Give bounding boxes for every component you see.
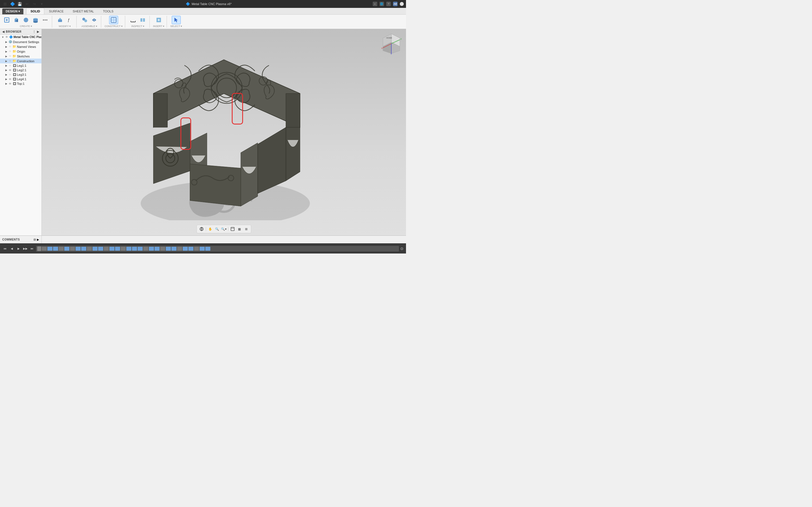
comments-panel: COMMENTS ⊟ ▶ <box>0 236 42 243</box>
timeline-block-20 <box>149 247 154 251</box>
insert-button[interactable] <box>154 16 163 24</box>
tree-item-origin[interactable]: ▶ 👁 📁 Origin <box>0 49 42 54</box>
timeline-block-29 <box>200 247 205 251</box>
tree-item-construction[interactable]: ▶ 👁 📁 Construction <box>0 59 42 63</box>
comments-bar-container: COMMENTS ⊟ ▶ <box>0 235 406 243</box>
display-mode-button[interactable] <box>230 226 236 232</box>
file-icon: 🔷 <box>186 2 190 6</box>
app-icon: 🔷 <box>10 1 15 7</box>
nav-cube[interactable]: Z X Y HOME <box>380 33 403 55</box>
tree-item-doc-settings[interactable]: ▶ ⚙️ Document Settings <box>0 40 42 44</box>
timeline-block-28 <box>194 247 199 251</box>
tab-solid[interactable]: SOLID <box>26 8 44 14</box>
tab-tools[interactable]: TOOLS <box>99 8 117 14</box>
help-button[interactable]: ? <box>386 2 391 6</box>
visual-style-button[interactable]: ▦ <box>236 226 243 232</box>
tree-item-leg1[interactable]: ▶ 👁 🔲 Leg1:1 <box>0 63 42 68</box>
timeline-next-button[interactable]: ▶▶ <box>22 246 28 251</box>
timeline-block-21 <box>154 247 160 251</box>
grid-button[interactable]: ⊞ <box>243 226 249 232</box>
grid-menu-icon[interactable]: ⊞ <box>2 1 8 7</box>
zoom-button[interactable]: 🔍 <box>214 226 220 232</box>
browser-expand-icon[interactable]: ▶ <box>37 30 40 33</box>
tab-row: DESIGN ▾ SOLID SURFACE SHEET METAL TOOLS <box>0 8 406 15</box>
joint-button[interactable] <box>90 16 99 24</box>
modify-button[interactable] <box>56 16 64 24</box>
timeline-end-button[interactable]: ⏭ <box>29 246 35 251</box>
assemble-button[interactable] <box>80 16 89 24</box>
svg-marker-33 <box>174 18 177 22</box>
timeline-block-26 <box>183 247 188 251</box>
tree-item-leg4[interactable]: ▶ 👁 🔲 Leg4:1 <box>0 77 42 81</box>
toolbar-area: DESIGN ▾ SOLID SURFACE SHEET METAL TOOLS <box>0 8 406 29</box>
orbit-button[interactable] <box>199 226 205 232</box>
timeline-play-button[interactable]: ▶ <box>16 246 21 251</box>
measure-button[interactable] <box>129 16 138 24</box>
create-new-component-button[interactable] <box>2 16 11 24</box>
svg-marker-15 <box>58 18 62 20</box>
cylinder-button[interactable] <box>31 16 40 24</box>
3d-canvas[interactable]: Z X Y HOME ✋ 🔍 🔍▾ ▦ ⊞ <box>42 29 406 235</box>
tree-item-root[interactable]: ▼ 👁 🔷 Metal Table CNC Plasma v6 ⏺ <box>0 35 42 40</box>
create-label: CREATE ▾ <box>20 25 32 27</box>
pan-button[interactable]: ✋ <box>207 226 213 232</box>
select-button[interactable] <box>172 16 181 24</box>
timeline-track[interactable] <box>36 246 399 251</box>
formula-button[interactable]: ƒ <box>65 16 74 24</box>
timeline-block-1 <box>42 247 47 251</box>
tree-item-leg2[interactable]: ▶ 👁 🔲 Leg2:1 <box>0 68 42 72</box>
timeline-block-19 <box>143 247 148 251</box>
svg-point-6 <box>24 18 28 22</box>
inspect-label: INSPECT ▾ <box>132 25 144 27</box>
timeline-block-18 <box>138 247 143 251</box>
add-tab-button[interactable]: ＋ <box>373 2 377 6</box>
zoom-dropdown[interactable]: 🔍▾ <box>221 226 227 232</box>
user-avatar[interactable]: AE <box>393 2 398 6</box>
browser-button[interactable]: 🌐 <box>379 2 384 6</box>
comments-label: COMMENTS <box>2 238 20 241</box>
tree-item-named-views[interactable]: ▶ 👁 📁 Named Views <box>0 44 42 49</box>
tree-item-sketches[interactable]: ▶ 👁 📁 Sketches <box>0 54 42 59</box>
construct-button[interactable] <box>109 16 118 24</box>
viewport[interactable]: Z X Y HOME ✋ 🔍 🔍▾ ▦ ⊞ <box>42 29 406 235</box>
box-button[interactable] <box>12 16 21 24</box>
tree-item-top1[interactable]: ▶ 👁 🔲 Top:1 <box>0 81 42 86</box>
timeline-block-14 <box>115 247 120 251</box>
more-create-button[interactable] <box>41 16 50 24</box>
timeline-block-25 <box>177 247 182 251</box>
timeline-settings-icon[interactable]: ⚙ <box>400 246 404 251</box>
tree-item-leg3[interactable]: ▶ 👁 🔲 Leg3:1 <box>0 72 42 77</box>
close-button[interactable] <box>400 2 404 6</box>
viewport-bottom-toolbar: ✋ 🔍 🔍▾ ▦ ⊞ <box>197 225 251 233</box>
timeline-start-button[interactable]: ⏮ <box>2 246 8 251</box>
construct-group: CONSTRUCT ▾ <box>105 16 125 27</box>
timeline-bar: ⏮ ◀ ▶ ▶▶ ⏭ ⚙ <box>0 243 406 253</box>
save-button[interactable]: 💾 <box>17 1 22 7</box>
browser-options-icon[interactable]: ⋮ <box>33 30 36 33</box>
timeline-block-8 <box>81 247 86 251</box>
timeline-block-10 <box>93 247 98 251</box>
insert-group: INSERT ▾ <box>153 16 167 27</box>
timeline-block-30 <box>205 247 210 251</box>
svg-point-55 <box>200 227 203 231</box>
browser-collapse-icon[interactable]: ◀ <box>2 30 5 33</box>
timeline-block-22 <box>160 247 165 251</box>
comments-options-icon[interactable]: ⊟ <box>34 238 36 241</box>
sphere-button[interactable] <box>21 16 31 24</box>
undo-button[interactable]: ↩ <box>24 1 30 7</box>
main-area: ◀ BROWSER ⋮ ▶ ▼ 👁 🔷 Metal Table CNC Plas… <box>0 29 406 235</box>
timeline-playhead[interactable] <box>37 246 41 251</box>
section-analysis-button[interactable] <box>138 16 147 24</box>
more-button[interactable]: ▾ <box>39 1 45 7</box>
inspect-group: INSPECT ▾ <box>129 16 150 27</box>
timeline-block-15 <box>121 247 126 251</box>
comments-expand-icon[interactable]: ▶ <box>37 238 39 241</box>
tab-sheet-metal[interactable]: SHEET METAL <box>68 8 98 14</box>
timeline-block-3 <box>53 247 58 251</box>
timeline-block-24 <box>171 247 176 251</box>
timeline-prev-button[interactable]: ◀ <box>9 246 15 251</box>
design-dropdown[interactable]: DESIGN ▾ <box>2 8 23 14</box>
timeline-block-13 <box>109 247 114 251</box>
tab-surface[interactable]: SURFACE <box>45 8 68 14</box>
redo-button[interactable]: ↪ <box>32 1 37 7</box>
